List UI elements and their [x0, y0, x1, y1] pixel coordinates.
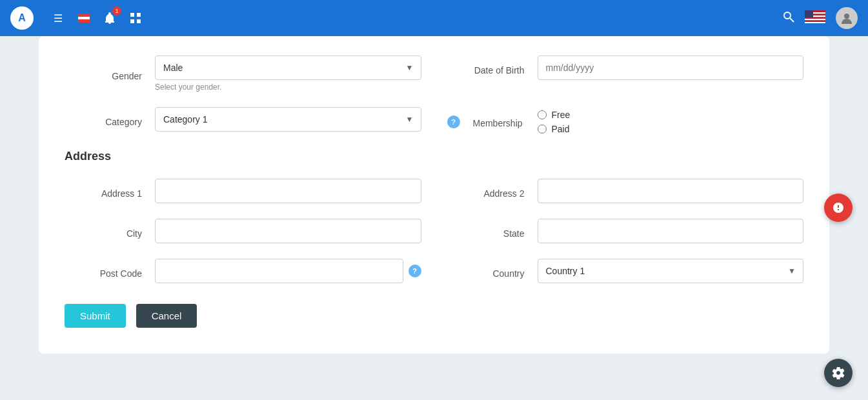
svg-rect-5	[137, 19, 141, 23]
svg-rect-16	[805, 22, 825, 23]
topnav: A ☰ 1	[0, 0, 868, 36]
gender-select-wrap: Male Female Other ▼	[155, 55, 421, 80]
country-label: Country	[447, 263, 525, 279]
apps-icon[interactable]	[126, 9, 145, 27]
row-category-membership: Category Category 1 Category 2 Category …	[65, 107, 803, 134]
category-select[interactable]: Category 1 Category 2 Category 3	[155, 107, 421, 132]
address2-col: Address 2	[447, 179, 804, 203]
dob-label: Date of Birth	[447, 60, 525, 75]
address2-input-wrap	[538, 179, 804, 203]
gender-select[interactable]: Male Female Other	[155, 55, 421, 80]
country-col: Country Country 1 Country 2 Country 3 ▼	[447, 259, 804, 283]
state-label: State	[447, 223, 525, 239]
svg-point-18	[844, 14, 849, 19]
postcode-input[interactable]	[155, 259, 403, 283]
country-select[interactable]: Country 1 Country 2 Country 3	[538, 259, 804, 283]
city-input[interactable]	[155, 219, 421, 243]
nav-icons: ☰ 1	[49, 9, 145, 27]
cancel-button[interactable]: Cancel	[136, 304, 197, 328]
postcode-input-wrap: ?	[155, 259, 421, 283]
svg-rect-15	[805, 21, 825, 23]
category-label: Category	[65, 112, 142, 127]
submit-button[interactable]: Submit	[65, 304, 126, 328]
row-gender-dob: Gender Male Female Other ▼ Select your g…	[65, 55, 803, 92]
city-label: City	[65, 223, 142, 239]
notification-icon[interactable]: 1	[101, 9, 119, 27]
membership-paid-option[interactable]: Paid	[538, 124, 570, 134]
membership-free-option[interactable]: Free	[538, 110, 570, 120]
topnav-right	[783, 7, 858, 29]
address1-col: Address 1	[65, 179, 421, 203]
state-col: State	[447, 219, 804, 243]
flag-us[interactable]	[805, 10, 825, 26]
postcode-help-icon[interactable]: ?	[409, 265, 421, 277]
city-col: City	[65, 219, 421, 243]
svg-rect-2	[130, 13, 134, 17]
row-addresses: Address 1 Address 2	[65, 179, 803, 203]
gender-col: Gender Male Female Other ▼ Select your g…	[65, 55, 421, 92]
membership-label: Membership	[473, 113, 525, 128]
dob-input[interactable]	[538, 55, 804, 80]
membership-free-radio[interactable]	[538, 110, 547, 119]
category-select-wrap: Category 1 Category 2 Category 3 ▼	[155, 107, 421, 132]
address1-label: Address 1	[65, 183, 142, 199]
address1-input[interactable]	[155, 179, 421, 203]
svg-point-6	[784, 12, 791, 19]
floating-help-button[interactable]	[824, 194, 853, 222]
svg-rect-1	[78, 17, 90, 19]
membership-col: ? Membership Free Paid	[447, 107, 804, 134]
form-card: Gender Male Female Other ▼ Select your g…	[39, 36, 829, 354]
gender-label: Gender	[65, 66, 142, 81]
svg-rect-4	[130, 19, 134, 23]
postcode-label: Post Code	[65, 263, 142, 279]
svg-rect-3	[137, 13, 141, 17]
app-logo[interactable]: A	[10, 6, 34, 30]
state-input-wrap	[538, 219, 804, 243]
row-postcode-country: Post Code ? Country Country 1 Country 2 …	[65, 259, 803, 283]
category-input-wrap: Category 1 Category 2 Category 3 ▼	[155, 107, 421, 132]
address2-label: Address 2	[447, 183, 525, 199]
row-city-state: City State	[65, 219, 803, 243]
category-col: Category Category 1 Category 2 Category …	[65, 107, 421, 132]
search-icon[interactable]	[783, 11, 794, 26]
button-row: Submit Cancel	[65, 304, 803, 328]
postcode-col: Post Code ?	[65, 259, 421, 283]
membership-paid-radio[interactable]	[538, 125, 547, 134]
user-avatar[interactable]	[836, 7, 858, 29]
svg-line-7	[790, 18, 794, 22]
gender-hint: Select your gender.	[155, 83, 421, 92]
flag-icon[interactable]	[75, 9, 93, 27]
dob-col: Date of Birth	[447, 55, 804, 80]
country-select-wrap: Country 1 Country 2 Country 3 ▼	[538, 259, 804, 283]
city-input-wrap	[155, 219, 421, 243]
membership-options: Free Paid	[538, 107, 570, 134]
membership-help-icon[interactable]: ?	[447, 115, 460, 128]
floating-settings-button[interactable]	[824, 359, 853, 387]
gender-input-wrap: Male Female Other ▼ Select your gender.	[155, 55, 421, 92]
state-input[interactable]	[538, 219, 804, 243]
country-input-wrap: Country 1 Country 2 Country 3 ▼	[538, 259, 804, 283]
svg-rect-14	[805, 19, 825, 21]
address-section-heading: Address	[65, 150, 803, 163]
address1-input-wrap	[155, 179, 421, 203]
notification-badge: 1	[112, 6, 121, 15]
svg-rect-17	[805, 10, 813, 17]
menu-icon[interactable]: ☰	[49, 9, 67, 27]
address2-input[interactable]	[538, 179, 804, 203]
dob-input-wrap	[538, 55, 804, 80]
